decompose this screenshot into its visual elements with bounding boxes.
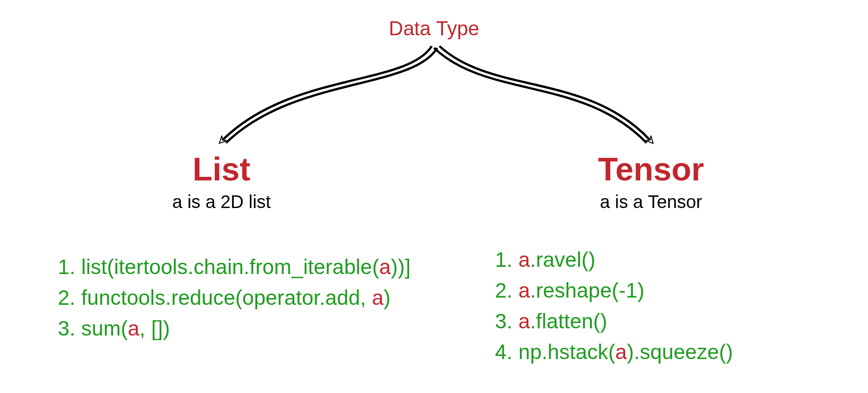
branch-tensor-subtitle: a is a Tensor [506, 192, 796, 212]
branch-list-title: List [95, 153, 348, 185]
code-post: ).squeeze() [627, 340, 733, 364]
code-var: a [128, 317, 140, 340]
code-post: .flatten() [530, 309, 608, 333]
code-pre: np.hstack( [519, 340, 615, 364]
branch-list: List a is a 2D list [95, 153, 348, 212]
code-pre: functools.reduce(operator.add, [81, 286, 372, 309]
code-var: a [615, 340, 627, 364]
code-post: ) [384, 286, 391, 309]
code-pre: list(itertools.chain.from_iterable( [81, 255, 379, 279]
code-var: a [379, 255, 391, 279]
code-var: a [372, 286, 384, 309]
branch-tensor: Tensor a is a Tensor [506, 153, 796, 212]
code-pre: sum( [81, 317, 128, 340]
item-number: 3. [495, 309, 519, 333]
branch-tensor-title: Tensor [506, 153, 796, 185]
list-item: 2. a.reshape(-1) [495, 275, 857, 306]
list-item: 1. list(itertools.chain.from_iterable(a)… [58, 251, 510, 282]
code-var: a [519, 309, 530, 333]
code-post: .reshape(-1) [530, 279, 645, 302]
item-number: 2. [495, 279, 519, 302]
code-var: a [519, 279, 530, 302]
code-post: .ravel() [530, 248, 596, 271]
list-methods: 1. list(itertools.chain.from_iterable(a)… [58, 251, 510, 344]
item-number: 1. [495, 248, 519, 271]
item-number: 3. [58, 317, 81, 340]
item-number: 1. [58, 255, 81, 279]
code-post: ))] [391, 255, 410, 279]
diagram-stage: Data Type List a is a 2D list Tensor a i… [0, 0, 868, 393]
list-item: 2. functools.reduce(operator.add, a) [58, 282, 510, 313]
list-item: 3. a.flatten() [495, 306, 857, 336]
code-var: a [519, 248, 530, 271]
list-item: 4. np.hstack(a).squeeze() [495, 336, 857, 367]
tensor-methods: 1. a.ravel() 2. a.reshape(-1) 3. a.flatt… [495, 244, 857, 367]
item-number: 2. [58, 286, 81, 309]
item-number: 4. [495, 340, 519, 364]
list-item: 3. sum(a, []) [58, 313, 510, 344]
list-item: 1. a.ravel() [495, 244, 857, 275]
code-post: , []) [140, 317, 170, 340]
branch-list-subtitle: a is a 2D list [95, 192, 348, 212]
